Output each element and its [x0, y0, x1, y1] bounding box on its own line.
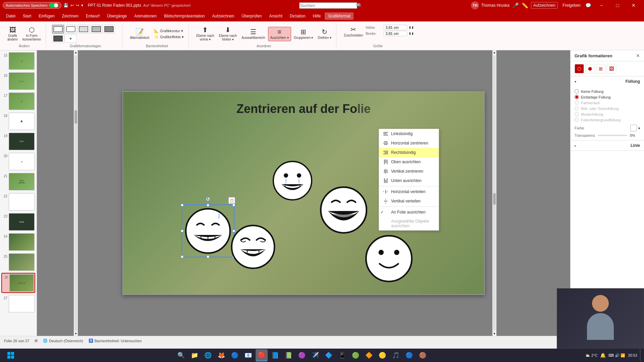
width-input[interactable] — [384, 31, 407, 36]
taskbar-explorer[interactable]: 📁 — [189, 349, 201, 361]
minimize-button[interactable]: − — [594, 0, 609, 11]
ctx-vertikal-verteilen[interactable]: Vertikal verteilen — [379, 196, 439, 206]
toolbar-save-icon[interactable]: 💾 — [63, 3, 68, 8]
menu-item-entwurf[interactable]: Entwurf — [83, 12, 103, 20]
drehen-button[interactable]: ↻ Drehen ▾ — [316, 27, 333, 41]
radio-keine-fuellung[interactable]: Keine Füllung — [575, 89, 640, 94]
ctx-unten-ausrichten[interactable]: Unten ausrichten — [379, 176, 439, 185]
fuellung-section-header[interactable]: ▾ Füllung — [571, 76, 644, 86]
toolbar-undo-icon[interactable]: ↩ — [70, 3, 74, 8]
gruppieren-button[interactable]: ⊞ Gruppieren ▾ — [292, 27, 315, 41]
taskbar-word[interactable]: 📘 — [269, 349, 281, 361]
menu-item-hilfe[interactable]: Hilfe — [309, 12, 324, 20]
transparency-slider[interactable] — [598, 135, 627, 136]
search-input[interactable] — [299, 2, 357, 9]
start-button[interactable] — [3, 349, 19, 361]
taskbar-app7[interactable]: 🔵 — [403, 349, 415, 361]
comments-icon[interactable]: 💬 — [585, 3, 591, 8]
taskbar-app1[interactable]: 🔷 — [323, 349, 335, 361]
menu-item-ansicht[interactable]: Ansicht — [266, 12, 285, 20]
taskbar-outlook[interactable]: 📧 — [242, 349, 254, 361]
slide-thumb-27[interactable]: 27 — [1, 294, 35, 313]
taskbar-powerpoint[interactable]: 🔴 — [256, 349, 268, 361]
menu-item-ueberpruefen[interactable]: Überprüfen — [238, 12, 265, 20]
shape-preset-2[interactable] — [65, 25, 77, 34]
radio-bild-textur[interactable]: Bild- oder Texturfüllung — [575, 106, 640, 111]
dictation-icon[interactable]: 🎤 — [512, 2, 519, 9]
menu-item-dictation[interactable]: Dictation — [286, 12, 309, 20]
taskbar-telegram[interactable]: ✈️ — [309, 349, 321, 361]
height-input[interactable] — [384, 25, 407, 30]
color-swatch[interactable] — [630, 125, 637, 131]
taskbar-app5[interactable]: 🟡 — [376, 349, 388, 361]
ausrichten-button[interactable]: ≡ Ausrichten ▾ — [268, 27, 291, 41]
taskbar-app6[interactable]: 🎵 — [390, 349, 402, 361]
menu-item-bildschirmpraesentation[interactable]: Bildschirmpräsentation — [161, 12, 208, 20]
ctx-horizontal-verteilen[interactable]: Horizontal verteilen — [379, 187, 439, 196]
ebene-hinten-button[interactable]: ⬇ Ebene nachhinten ▾ — [217, 25, 239, 43]
smiley-2[interactable] — [318, 184, 370, 236]
handle-tl[interactable] — [181, 204, 183, 206]
color-dropdown-icon[interactable]: ▾ — [638, 126, 640, 130]
ctx-horizontal-zentrieren[interactable]: Horizontal zentrieren — [379, 138, 439, 148]
taskbar-app8[interactable]: 🟤 — [417, 349, 429, 361]
taskbar-app2[interactable]: 📱 — [336, 349, 348, 361]
taskbar-app4[interactable]: 🔶 — [363, 349, 375, 361]
taskbar-teams[interactable]: 🟣 — [296, 349, 308, 361]
menu-item-grafikformat[interactable]: Grafikformat — [325, 12, 354, 20]
slide-thumb-15[interactable]: 15 ☺ — [1, 52, 35, 70]
shape-preset-3[interactable] — [77, 25, 90, 34]
slide-thumb-22[interactable]: 22 — [1, 192, 35, 211]
slide-thumb-18[interactable]: 18 🌲 — [1, 112, 35, 131]
format-icon-image[interactable]: 🖼 — [607, 64, 616, 73]
autosave-switch[interactable] — [49, 3, 58, 8]
slide-thumb-23[interactable]: 23 Studie — [1, 213, 35, 231]
fit-icon[interactable]: ⊞ — [35, 339, 38, 343]
smiley-5[interactable] — [363, 233, 415, 285]
handle-ml[interactable] — [181, 230, 183, 232]
pen-icon[interactable]: ✏️ — [522, 2, 528, 9]
action-icon[interactable]: 📋 — [228, 197, 235, 204]
ctx-oben-ausrichten[interactable]: Oben ausrichten — [379, 157, 439, 167]
canvas-area[interactable]: ▲ ▼ Zentrieren auf der Folie — [37, 50, 570, 336]
scroll-down-icon[interactable]: ▼ — [74, 331, 78, 336]
shape-preset-1[interactable] — [52, 25, 64, 34]
smiley-1[interactable] — [271, 159, 314, 202]
toolbar-redo-icon[interactable]: ↪ — [76, 3, 79, 8]
alternativtext-button[interactable]: 📝 Alternativtext — [128, 27, 151, 41]
handle-tr[interactable] — [232, 204, 235, 206]
slide-thumb-16[interactable]: 16 ☺☺ — [1, 72, 35, 90]
grafikkontur-button[interactable]: 📐 Grafikkontur ▾ — [152, 28, 186, 34]
menu-item-uebergaenge[interactable]: Übergänge — [104, 12, 130, 20]
taskbar-app3[interactable]: 🟢 — [350, 349, 362, 361]
scroll-thumb[interactable] — [74, 110, 77, 124]
taskbar-onenote[interactable]: 📗 — [282, 349, 294, 361]
format-icon-shape[interactable]: ⬡ — [575, 64, 584, 73]
notification-icon[interactable]: 🔔 — [600, 353, 606, 358]
right-scroll-up[interactable]: ▲ — [492, 50, 496, 55]
handle-bm[interactable] — [207, 255, 209, 258]
slide-thumb-24[interactable]: 24 — [1, 233, 35, 251]
slide-thumb-19[interactable]: 19 TEXT — [1, 132, 35, 151]
autosave-toggle[interactable]: Automatisches Speichern — [3, 2, 61, 9]
ctx-linksbuendig[interactable]: Linksbündig — [379, 129, 439, 138]
ctx-rechtsbuendig[interactable]: Rechtsbündig — [379, 148, 439, 157]
menu-item-aufzeichnen[interactable]: Aufzeichnen — [209, 12, 237, 20]
rotate-handle[interactable]: ↻ — [206, 197, 210, 201]
grafikeffekte-button[interactable]: ✨ Grafikeffekte ▾ — [152, 34, 186, 40]
close-button[interactable]: ✕ — [626, 0, 641, 11]
slide-thumb-26[interactable]: 26 ☺☺☺ — [1, 273, 35, 293]
auswahlbereich-button[interactable]: ☰ Auswahlbereich — [239, 27, 267, 41]
slide-thumb-21[interactable]: 21 TEXTauf Folie — [1, 172, 35, 191]
menu-item-animationen[interactable]: Animationen — [131, 12, 160, 20]
in-form-button[interactable]: ⬡ In Formkonvertieren — [20, 25, 43, 43]
shape-preset-4[interactable] — [90, 25, 102, 34]
smiley-4[interactable] — [229, 223, 277, 271]
slide-thumb-17[interactable]: 17 ☺ — [1, 92, 35, 111]
slide-thumb-20[interactable]: 20 ⊞ — [1, 152, 35, 171]
taskbar-edge[interactable]: 🌐 — [202, 349, 214, 361]
handle-bl[interactable] — [181, 255, 183, 258]
linie-section-header[interactable]: ▸ Linie — [571, 140, 644, 150]
radio-folienhintergrund[interactable]: Folienhintergrundfüllung — [575, 118, 640, 122]
slide-panel[interactable]: 15 ☺ 16 ☺☺ 17 ☺ 18 🌲 19 TEXT — [0, 50, 37, 336]
